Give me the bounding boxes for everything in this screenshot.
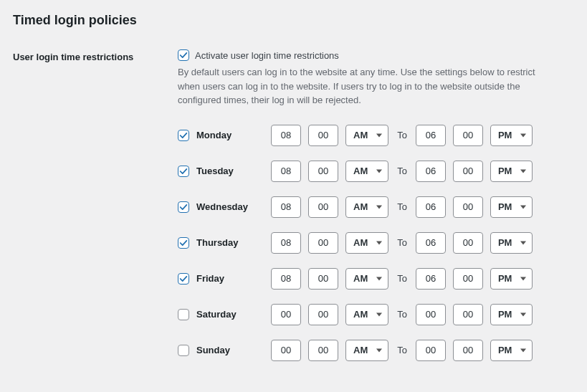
chevron-down-icon: [520, 312, 526, 316]
to-label: To: [396, 130, 409, 140]
chevron-down-icon: [376, 133, 382, 137]
chevron-down-icon: [376, 312, 382, 316]
day-label: Wednesday: [196, 201, 248, 212]
from-minute-input[interactable]: [308, 125, 338, 146]
to-minute-input[interactable]: [453, 268, 483, 290]
to-hour-input[interactable]: [416, 340, 446, 361]
to-ampm-label: PM: [498, 201, 512, 212]
chevron-down-icon: [376, 241, 382, 244]
to-minute-input[interactable]: [453, 340, 483, 361]
from-ampm-label: AM: [353, 273, 368, 284]
from-minute-input[interactable]: [308, 196, 338, 218]
to-label: To: [396, 237, 409, 248]
from-minute-input[interactable]: [308, 161, 338, 182]
to-ampm-select[interactable]: PM: [490, 125, 533, 146]
day-label: Tuesday: [196, 166, 234, 176]
check-icon: [178, 50, 188, 60]
day-row-tuesday: Tuesday AM To PM: [178, 161, 574, 182]
to-ampm-label: PM: [498, 273, 512, 284]
from-ampm-select[interactable]: AM: [345, 268, 388, 290]
day-checkbox-thursday[interactable]: [178, 237, 189, 249]
to-ampm-select[interactable]: PM: [490, 232, 533, 254]
chevron-down-icon: [376, 169, 382, 173]
from-hour-input[interactable]: [271, 304, 301, 325]
day-label: Saturday: [196, 309, 237, 320]
to-label: To: [396, 201, 409, 212]
from-hour-input[interactable]: [271, 340, 301, 361]
from-ampm-label: AM: [353, 166, 368, 176]
from-hour-input[interactable]: [271, 125, 301, 146]
chevron-down-icon: [376, 348, 382, 352]
to-ampm-select[interactable]: PM: [490, 161, 533, 182]
from-hour-input[interactable]: [271, 232, 301, 254]
row-label: User login time restrictions: [13, 49, 156, 62]
chevron-down-icon: [520, 348, 526, 352]
to-minute-input[interactable]: [453, 161, 483, 182]
from-ampm-select[interactable]: AM: [345, 196, 388, 218]
user-login-time-restrictions-row: User login time restrictions Activate us…: [13, 49, 574, 361]
from-ampm-select[interactable]: AM: [345, 125, 388, 146]
from-minute-input[interactable]: [308, 268, 338, 290]
check-icon: [178, 202, 188, 212]
to-hour-input[interactable]: [416, 125, 446, 146]
day-checkbox-friday[interactable]: [178, 273, 189, 285]
to-hour-input[interactable]: [416, 304, 446, 325]
to-label: To: [396, 273, 409, 284]
chevron-down-icon: [376, 205, 382, 209]
day-checkbox-sunday[interactable]: [178, 345, 189, 356]
to-minute-input[interactable]: [453, 304, 483, 325]
day-row-sunday: Sunday AM To PM: [178, 340, 574, 361]
to-hour-input[interactable]: [416, 232, 446, 254]
page-title: Timed login policies: [13, 13, 574, 28]
to-label: To: [396, 309, 409, 320]
chevron-down-icon: [520, 241, 526, 244]
to-ampm-select[interactable]: PM: [490, 304, 533, 325]
to-hour-input[interactable]: [416, 268, 446, 290]
day-row-thursday: Thursday AM To PM: [178, 232, 574, 254]
to-ampm-label: PM: [498, 166, 512, 176]
from-minute-input[interactable]: [308, 340, 338, 361]
from-ampm-select[interactable]: AM: [345, 232, 388, 254]
from-minute-input[interactable]: [308, 232, 338, 254]
to-ampm-select[interactable]: PM: [490, 268, 533, 290]
to-minute-input[interactable]: [453, 196, 483, 218]
day-checkbox-wednesday[interactable]: [178, 201, 189, 213]
to-ampm-label: PM: [498, 309, 512, 320]
day-row-friday: Friday AM To PM: [178, 268, 574, 290]
to-minute-input[interactable]: [453, 232, 483, 254]
day-label: Friday: [196, 273, 224, 284]
activate-checkbox[interactable]: [178, 49, 189, 61]
to-hour-input[interactable]: [416, 161, 446, 182]
to-ampm-label: PM: [498, 345, 512, 355]
from-hour-input[interactable]: [271, 196, 301, 218]
from-ampm-select[interactable]: AM: [345, 304, 388, 325]
day-row-saturday: Saturday AM To PM: [178, 304, 574, 325]
day-label: Monday: [196, 130, 232, 140]
from-hour-input[interactable]: [271, 161, 301, 182]
to-label: To: [396, 345, 409, 355]
from-ampm-label: AM: [353, 201, 368, 212]
chevron-down-icon: [520, 205, 526, 209]
day-row-monday: Monday AM To PM: [178, 125, 574, 146]
chevron-down-icon: [520, 277, 526, 280]
to-label: To: [396, 166, 409, 176]
from-ampm-select[interactable]: AM: [345, 161, 388, 182]
from-ampm-label: AM: [353, 130, 368, 140]
check-icon: [178, 166, 188, 176]
to-ampm-label: PM: [498, 130, 512, 140]
to-ampm-select[interactable]: PM: [490, 340, 533, 361]
to-ampm-select[interactable]: PM: [490, 196, 533, 218]
description-text: By default users can log in to the websi…: [178, 65, 550, 107]
from-ampm-select[interactable]: AM: [345, 340, 388, 361]
to-hour-input[interactable]: [416, 196, 446, 218]
chevron-down-icon: [376, 277, 382, 280]
day-checkbox-tuesday[interactable]: [178, 166, 189, 177]
day-checkbox-saturday[interactable]: [178, 309, 189, 320]
from-minute-input[interactable]: [308, 304, 338, 325]
from-ampm-label: AM: [353, 309, 368, 320]
to-ampm-label: PM: [498, 237, 512, 248]
to-minute-input[interactable]: [453, 125, 483, 146]
from-hour-input[interactable]: [271, 268, 301, 290]
day-checkbox-monday[interactable]: [178, 130, 189, 141]
day-label: Thursday: [196, 237, 239, 248]
